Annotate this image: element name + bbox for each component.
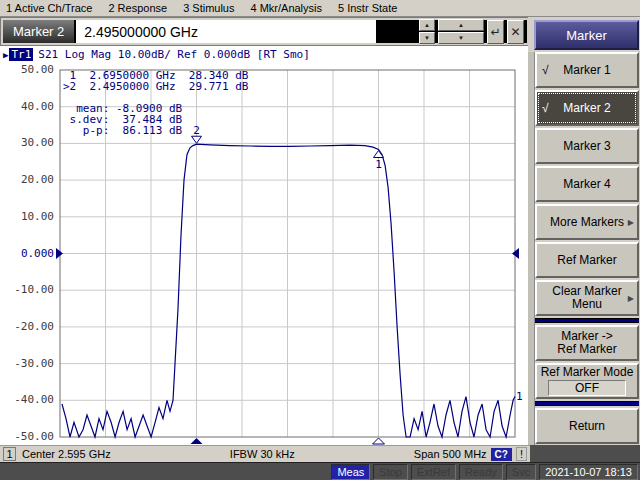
check-icon: √ (542, 102, 549, 115)
y-axis-tick: -40.00 (0, 394, 54, 406)
softkey-label: Ref Marker Mode (541, 366, 634, 379)
softkey-marker-4[interactable]: Marker 4 (535, 166, 639, 202)
graph-area: 121 ▶ Tr1 S21 Log Mag 10.00dB/ Ref 0.000… (0, 46, 530, 445)
close-icon[interactable]: ✕ (507, 20, 524, 44)
y-axis-tick: -30.00 (0, 358, 54, 370)
softkey-label: Return (569, 420, 605, 433)
marker-readout-table: 1 2.6950000 GHz 28.340 dB>2 2.4950000 GH… (63, 70, 248, 136)
span-readout[interactable]: Span 500 MHz (414, 448, 487, 460)
softkey-value: OFF (548, 380, 626, 396)
ifbw-readout[interactable]: IFBW 30 kHz (111, 448, 414, 460)
entry-coarse-spinner: ▲ ▼ (438, 19, 484, 44)
softkey-panel-filler (528, 445, 640, 462)
menu-item-2[interactable]: 2 Response (108, 2, 167, 14)
enter-icon[interactable]: ↵ (487, 20, 504, 44)
y-axis-tick: 50.00 (0, 64, 54, 76)
y-axis-tick: -50.00 (0, 431, 54, 443)
submenu-arrow-icon: ▶ (628, 216, 634, 229)
softkey-separator (535, 401, 639, 406)
softkey-separator (535, 318, 639, 323)
menu-item-3[interactable]: 3 Stimulus (183, 2, 234, 14)
softkey-label: More Markers (550, 216, 624, 229)
entry-label: Marker 2 (3, 20, 76, 43)
softkey-label: Marker 1 (563, 64, 610, 77)
softkey-menu-title: Marker (534, 20, 639, 50)
softkey-label: Marker 4 (563, 178, 610, 191)
center-frequency-readout[interactable]: Center 2.595 GHz (22, 448, 111, 460)
softkey-label: Menu (572, 298, 602, 311)
trace-number-label: 1 (516, 390, 523, 403)
softkey-label: Ref Marker (557, 254, 616, 267)
softkey-marker-3[interactable]: Marker 3 (535, 128, 639, 164)
softkey-list: √Marker 1√Marker 2Marker 3Marker 4More M… (535, 52, 639, 445)
marker-1-number: 1 (375, 158, 382, 171)
marker-table-line: p-p: 86.113 dB (63, 125, 248, 136)
softkey-panel: Marker √Marker 1√Marker 2Marker 3Marker … (528, 17, 640, 445)
marker-table-line: >2 2.4950000 GHz 29.771 dB (63, 81, 248, 92)
entry-toolbar-inner: Marker 2 2.495000000 GHz ▲ ▼ ▲ ▼ ↵ ✕ (3, 20, 527, 43)
marker-2-symbol-icon[interactable] (192, 136, 202, 143)
trace-select-arrow-icon: ▶ (3, 50, 8, 60)
trace-header: ▶ Tr1 S21 Log Mag 10.00dB/ Ref 0.000dB [… (3, 48, 310, 61)
trace-format-text: S21 Log Mag 10.00dB/ Ref 0.000dB [RT Smo… (38, 48, 310, 61)
status-segment-2021-10-07-18-13: 2021-10-07 18:13 (539, 464, 638, 480)
status-segment-ready: Ready (459, 464, 503, 480)
marker-1-stimulus-icon (373, 438, 385, 444)
y-axis-tick: -20.00 (0, 321, 54, 333)
entry-step-spinner: ▲ ▼ (419, 19, 435, 44)
softkey-marker-ref-marker[interactable]: Marker ->Ref Marker (535, 325, 639, 361)
step-up-icon[interactable]: ▲ (419, 19, 435, 31)
submenu-arrow-icon: ▶ (628, 292, 634, 305)
y-axis-tick: 20.00 (0, 174, 54, 186)
status-segment-extref: ExtRef (411, 464, 456, 480)
softkey-more-markers[interactable]: More Markers▶ (535, 204, 639, 240)
status-segment-svc: Svc (506, 464, 536, 480)
correction-status-badge: C? (491, 448, 512, 461)
softkey-label: Marker 2 (563, 102, 610, 115)
channel-number-badge: 1 (3, 447, 16, 461)
softkey-ref-marker[interactable]: Ref Marker (535, 242, 639, 278)
softkey-label: Marker 3 (563, 140, 610, 153)
softkey-marker-2[interactable]: √Marker 2 (535, 90, 639, 126)
y-axis-tick: -10.00 (0, 284, 54, 296)
instrument-status-bar: MeasStopExtRefReadySvc2021-10-07 18:13 (0, 462, 640, 480)
menu-bar: 1 Active Ch/Trace2 Response3 Stimulus4 M… (0, 0, 640, 17)
y-axis-tick: 0.000 (0, 248, 54, 260)
status-segment-stop: Stop (373, 464, 408, 480)
menu-item-1[interactable]: 1 Active Ch/Trace (6, 2, 92, 14)
check-icon: √ (542, 64, 549, 77)
menu-item-5[interactable]: 5 Instr State (338, 2, 397, 14)
softkey-marker-1[interactable]: √Marker 1 (535, 52, 639, 88)
marker-2-stimulus-icon (191, 438, 203, 444)
trace-badge: Tr1 (9, 48, 33, 61)
channel-status-bar: 1 Center 2.595 GHz IFBW 30 kHz Span 500 … (0, 445, 530, 462)
analyzer-screen: 1 Active Ch/Trace2 Response3 Stimulus4 M… (0, 0, 640, 480)
coarse-down-icon[interactable]: ▼ (438, 32, 484, 44)
menu-item-4[interactable]: 4 Mkr/Analysis (250, 2, 322, 14)
y-axis-tick: 10.00 (0, 211, 54, 223)
entry-toolbar: Marker 2 2.495000000 GHz ▲ ▼ ▲ ▼ ↵ ✕ (0, 17, 530, 46)
softkey-return[interactable]: Return (535, 408, 639, 444)
softkey-label: Ref Marker (557, 343, 616, 356)
softkey-ref-marker-mode[interactable]: Ref Marker ModeOFF (535, 363, 639, 399)
softkey-scrollbar[interactable] (528, 52, 535, 445)
coarse-up-icon[interactable]: ▲ (438, 19, 484, 31)
step-down-icon[interactable]: ▼ (419, 32, 435, 44)
alert-indicator: ! (516, 447, 527, 461)
status-segment-meas: Meas (331, 464, 370, 480)
y-axis-tick: 30.00 (0, 137, 54, 149)
softkey-clear-marker-menu[interactable]: Clear MarkerMenu▶ (535, 280, 639, 316)
entry-value-field[interactable]: 2.495000000 GHz (76, 20, 376, 43)
y-axis-tick: 40.00 (0, 101, 54, 113)
